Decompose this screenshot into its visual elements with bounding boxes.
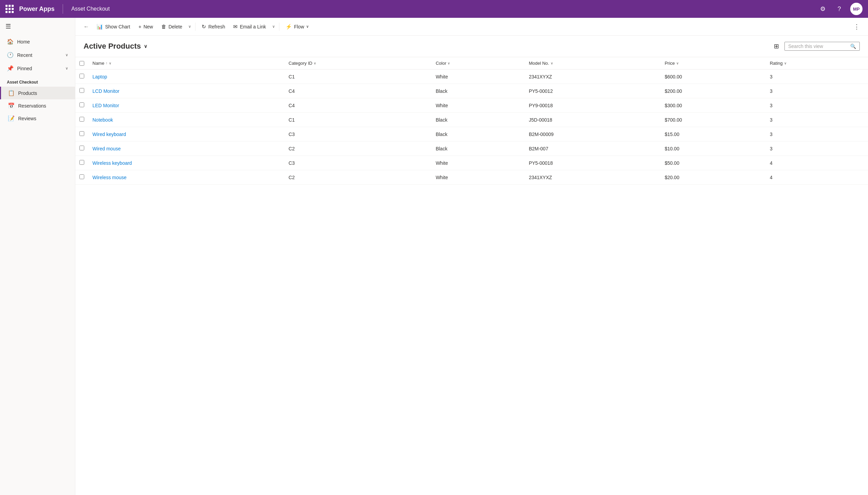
th-price[interactable]: Price ∨: [661, 57, 766, 70]
category-sort-icon: ∨: [314, 61, 316, 65]
row-check-cell[interactable]: [75, 170, 88, 185]
th-name[interactable]: Name ↑ ∨: [88, 57, 285, 70]
row-checkbox-5[interactable]: [79, 146, 84, 150]
th-rating[interactable]: Rating ∨: [766, 57, 868, 70]
row-check-cell[interactable]: [75, 113, 88, 127]
main-layout: ☰ 🏠 Home 🕐 Recent ∨ 📌 Pinned ∨ Asset Che…: [0, 18, 868, 495]
row-price-6: $50.00: [661, 156, 766, 170]
new-button[interactable]: + New: [135, 22, 156, 32]
product-link-3[interactable]: Notebook: [92, 117, 113, 123]
row-name-4: Wired keyboard: [88, 127, 285, 141]
row-checkbox-7[interactable]: [79, 174, 84, 179]
toolbar-sep-2: [279, 23, 279, 31]
row-checkbox-3[interactable]: [79, 117, 84, 122]
product-link-7[interactable]: Wireless mouse: [92, 175, 127, 180]
sidebar-item-recent[interactable]: 🕐 Recent ∨: [0, 48, 75, 62]
view-title[interactable]: Active Products ∨: [84, 42, 147, 51]
search-box: 🔍: [784, 42, 860, 51]
toolbar-sep-1: [195, 23, 196, 31]
delete-label: Delete: [168, 24, 182, 29]
page-subtitle: Asset Checkout: [71, 6, 110, 12]
sidebar-section-label: Asset Checkout: [0, 75, 75, 87]
product-link-6[interactable]: Wireless keyboard: [92, 160, 132, 166]
row-check-cell[interactable]: [75, 141, 88, 156]
row-price-3: $700.00: [661, 113, 766, 127]
row-name-1: LCD Monitor: [88, 84, 285, 98]
app-name: Power Apps: [19, 5, 54, 13]
row-check-cell[interactable]: [75, 70, 88, 84]
product-link-2[interactable]: LED Monitor: [92, 103, 119, 108]
reservations-icon: 📅: [8, 102, 15, 109]
reviews-icon: 📝: [8, 115, 15, 122]
select-all-checkbox[interactable]: [79, 61, 84, 66]
th-color[interactable]: Color ∨: [431, 57, 525, 70]
settings-button[interactable]: ⚙: [817, 3, 828, 14]
row-model-3: J5D-00018: [525, 113, 661, 127]
hamburger-menu[interactable]: ☰: [0, 18, 75, 35]
more-icon: ⋮: [854, 23, 860, 30]
row-price-2: $300.00: [661, 98, 766, 113]
row-checkbox-6[interactable]: [79, 160, 84, 165]
sidebar-item-reservations[interactable]: 📅 Reservations: [0, 99, 75, 112]
th-category[interactable]: Category ID ∨: [285, 57, 432, 70]
row-checkbox-0[interactable]: [79, 74, 84, 78]
row-rating-1: 3: [766, 84, 868, 98]
table-row: Notebook C1 Black J5D-00018 $700.00 3: [75, 113, 868, 127]
flow-button[interactable]: ⚡ Flow ∨: [282, 22, 313, 32]
show-chart-button[interactable]: 📊 Show Chart: [93, 22, 134, 32]
show-chart-label: Show Chart: [105, 24, 130, 29]
table-row: Laptop C1 White 2341XYXZ $600.00 3: [75, 70, 868, 84]
row-check-cell[interactable]: [75, 98, 88, 113]
row-checkbox-1[interactable]: [79, 88, 84, 93]
name-sort-asc-icon: ↑: [106, 61, 108, 65]
row-model-4: B2M-00009: [525, 127, 661, 141]
filter-button[interactable]: ⊞: [771, 41, 782, 51]
sidebar-item-reviews-label: Reviews: [18, 116, 36, 121]
row-rating-7: 4: [766, 170, 868, 185]
price-sort-icon: ∨: [676, 61, 679, 65]
table-body: Laptop C1 White 2341XYXZ $600.00 3 LCD M…: [75, 70, 868, 185]
help-button[interactable]: ?: [834, 3, 845, 14]
avatar[interactable]: MP: [850, 3, 863, 15]
row-rating-5: 3: [766, 141, 868, 156]
sidebar-item-products[interactable]: 📋 Products: [0, 87, 75, 99]
search-input[interactable]: [788, 44, 848, 49]
table-container: Name ↑ ∨ Category ID ∨: [75, 57, 868, 495]
product-link-4[interactable]: Wired keyboard: [92, 132, 126, 137]
view-title-text: Active Products: [84, 42, 141, 51]
th-model[interactable]: Model No. ∨: [525, 57, 661, 70]
sidebar-item-pinned[interactable]: 📌 Pinned ∨: [0, 62, 75, 75]
rating-sort-icon: ∨: [784, 61, 787, 65]
waffle-icon[interactable]: [5, 5, 14, 13]
color-sort-icon: ∨: [448, 61, 450, 65]
row-name-2: LED Monitor: [88, 98, 285, 113]
row-checkbox-4[interactable]: [79, 131, 84, 136]
delete-dropdown-button[interactable]: ∨: [187, 22, 192, 31]
new-label: New: [143, 24, 153, 29]
email-dropdown-button[interactable]: ∨: [271, 22, 276, 31]
row-category-3: C1: [285, 113, 432, 127]
row-check-cell[interactable]: [75, 127, 88, 141]
product-link-0[interactable]: Laptop: [92, 74, 107, 79]
row-check-cell[interactable]: [75, 156, 88, 170]
table-row: Wired keyboard C3 Black B2M-00009 $15.00…: [75, 127, 868, 141]
sidebar-item-reviews[interactable]: 📝 Reviews: [0, 112, 75, 125]
hamburger-icon: ☰: [5, 23, 11, 30]
header-divider: [63, 4, 63, 14]
sidebar-item-home-label: Home: [17, 39, 30, 45]
back-button[interactable]: ←: [81, 22, 92, 32]
row-color-2: White: [431, 98, 525, 113]
product-link-1[interactable]: LCD Monitor: [92, 88, 119, 94]
row-model-0: 2341XYXZ: [525, 70, 661, 84]
row-checkbox-2[interactable]: [79, 102, 84, 107]
refresh-button[interactable]: ↻ Refresh: [198, 22, 228, 32]
row-check-cell[interactable]: [75, 84, 88, 98]
th-select[interactable]: [75, 57, 88, 70]
delete-button[interactable]: 🗑 Delete: [158, 22, 186, 32]
email-link-button[interactable]: ✉ Email a Link: [230, 22, 269, 32]
more-button[interactable]: ⋮: [851, 21, 863, 33]
sidebar-item-home[interactable]: 🏠 Home: [0, 35, 75, 48]
flow-icon: ⚡: [286, 24, 292, 30]
product-link-5[interactable]: Wired mouse: [92, 146, 121, 151]
table-row: LCD Monitor C4 Black PY5-00012 $200.00 3: [75, 84, 868, 98]
